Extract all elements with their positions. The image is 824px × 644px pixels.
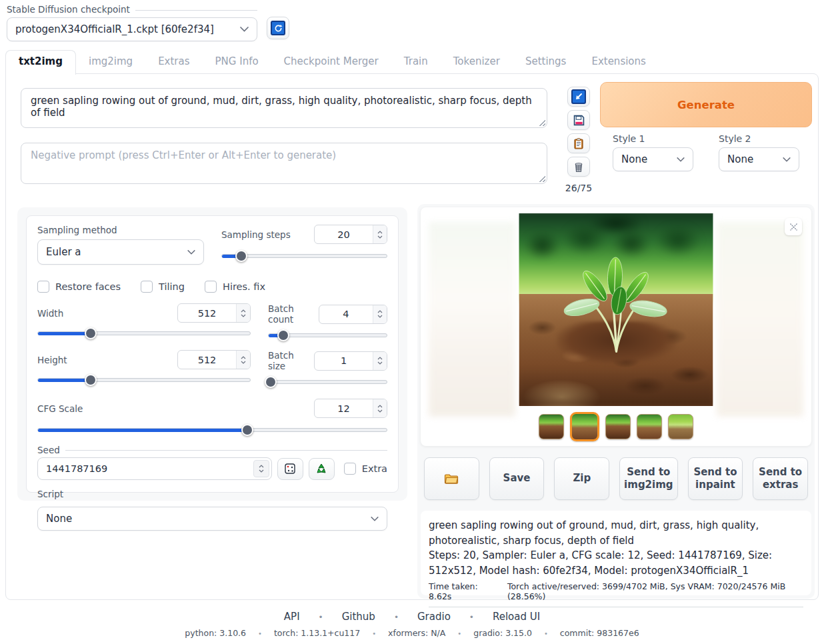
random-seed-button[interactable] xyxy=(277,458,303,480)
spinner-buttons[interactable] xyxy=(373,305,387,323)
slider-thumb[interactable] xyxy=(85,327,97,339)
tab-extensions[interactable]: Extensions xyxy=(579,51,658,73)
batch-size-input[interactable]: 1 xyxy=(314,351,387,371)
spinner-buttons[interactable] xyxy=(373,225,387,243)
script-value: None xyxy=(46,513,371,525)
slider-thumb[interactable] xyxy=(265,376,277,388)
batch-count-input[interactable]: 4 xyxy=(319,305,387,324)
chevron-down-icon xyxy=(783,157,791,162)
slider-thumb[interactable] xyxy=(235,250,247,262)
zip-button[interactable]: Zip xyxy=(554,457,609,500)
extra-seed-checkbox[interactable]: Extra xyxy=(344,463,387,475)
save-style-button[interactable] xyxy=(567,110,590,130)
cfg-scale-slider[interactable] xyxy=(37,424,387,436)
script-label: Script xyxy=(37,489,63,499)
style2-select[interactable]: None xyxy=(719,147,799,171)
tab-png-info[interactable]: PNG Info xyxy=(203,51,271,73)
close-gallery-button[interactable] xyxy=(785,218,802,235)
prompt-input[interactable]: green sapling rowing out of ground, mud,… xyxy=(21,88,547,128)
settings-panel: Sampling method Euler a Sampling steps 2… xyxy=(17,207,407,501)
height-input[interactable]: 512 xyxy=(177,350,251,369)
sapling-illustration xyxy=(557,254,675,355)
footer-link-reload-ui[interactable]: Reload UI xyxy=(460,611,549,623)
token-counter: 26/75 xyxy=(565,183,592,193)
tab-txt2img[interactable]: txt2img xyxy=(5,50,76,75)
checkbox-box[interactable] xyxy=(141,281,153,293)
batch-count-slider[interactable] xyxy=(268,329,387,341)
height-slider[interactable] xyxy=(37,374,251,386)
footer-link-api[interactable]: API xyxy=(275,611,309,623)
thumbnail-1[interactable] xyxy=(539,414,564,439)
send-to-inpaint-button[interactable]: Send to inpaint xyxy=(688,457,743,500)
tab-checkpoint-merger[interactable]: Checkpoint Merger xyxy=(271,51,391,73)
tab-settings[interactable]: Settings xyxy=(513,51,579,73)
seed-input[interactable]: 1441787169 xyxy=(37,457,272,480)
reuse-seed-button[interactable] xyxy=(309,458,335,480)
send-to-img2img-button[interactable]: Send to img2img xyxy=(619,457,677,500)
spinner-buttons[interactable] xyxy=(373,399,387,417)
style2-value: None xyxy=(727,153,783,165)
style2-label: Style 2 xyxy=(719,133,799,144)
slider-thumb[interactable] xyxy=(241,424,253,436)
sampling-steps-slider[interactable] xyxy=(221,250,387,262)
clear-prompt-button[interactable] xyxy=(567,157,590,177)
sampling-method-label: Sampling method xyxy=(37,225,204,235)
thumbnail-5[interactable] xyxy=(668,414,693,439)
open-folder-button[interactable] xyxy=(424,457,479,500)
cfg-scale-input[interactable]: 12 xyxy=(314,399,387,418)
spinner-buttons[interactable] xyxy=(236,304,250,322)
spinner-buttons[interactable] xyxy=(373,352,387,370)
checkbox-box[interactable] xyxy=(205,281,217,293)
slider-thumb[interactable] xyxy=(277,329,289,341)
tab-tokenizer[interactable]: Tokenizer xyxy=(441,51,513,73)
width-slider[interactable] xyxy=(37,327,251,339)
negative-prompt-wrap xyxy=(21,143,547,184)
checkpoint-label: Stable Diffusion checkpoint xyxy=(7,4,130,15)
thumbnail-2-selected[interactable] xyxy=(570,412,599,441)
footer-link-github[interactable]: Github xyxy=(309,611,385,623)
chevron-down-icon xyxy=(677,157,685,162)
height-label: Height xyxy=(37,355,67,365)
generation-info: green sapling rowing out of ground, mud,… xyxy=(421,511,811,595)
generate-button[interactable]: Generate xyxy=(600,82,812,127)
refresh-checkpoint-button[interactable] xyxy=(267,17,289,39)
checkbox-box[interactable] xyxy=(344,463,356,475)
slider-thumb[interactable] xyxy=(85,374,97,386)
sampling-method-select[interactable]: Euler a xyxy=(37,239,204,265)
width-input[interactable]: 512 xyxy=(177,303,251,323)
batch-size-slider[interactable] xyxy=(268,376,387,388)
batch-count-label: Batch count xyxy=(268,303,319,325)
thumbnail-3[interactable] xyxy=(605,414,631,439)
send-to-extras-button[interactable]: Send to extras xyxy=(753,457,808,500)
tab-train[interactable]: Train xyxy=(391,51,441,73)
spinner-buttons[interactable] xyxy=(236,351,250,369)
checkpoint-value: protogenX34OfficialR_1.ckpt [60fe2f34] xyxy=(15,23,240,35)
generated-image[interactable] xyxy=(519,213,713,406)
gallery-blur-right xyxy=(717,222,803,417)
sampling-steps-input[interactable]: 20 xyxy=(314,225,387,244)
tab-extras[interactable]: Extras xyxy=(145,51,202,73)
sampling-method-value: Euler a xyxy=(46,246,187,258)
script-select[interactable]: None xyxy=(37,507,387,531)
style1-select[interactable]: None xyxy=(613,147,693,171)
restore-faces-checkbox[interactable]: Restore faces xyxy=(37,281,121,293)
save-button[interactable]: Save xyxy=(489,457,545,500)
label-rule xyxy=(65,450,387,451)
version-gradio: gradio: 3.15.0 xyxy=(451,628,538,638)
spinner-buttons[interactable] xyxy=(253,460,269,477)
checkbox-box[interactable] xyxy=(37,281,49,293)
tab-img2img[interactable]: img2img xyxy=(76,51,145,73)
footer: API Github Gradio Reload UI python: 3.10… xyxy=(0,611,824,638)
version-python: python: 3.10.6 xyxy=(179,628,252,638)
image-gallery xyxy=(421,207,811,446)
negative-prompt-input[interactable] xyxy=(21,143,547,184)
checkpoint-select[interactable]: protogenX34OfficialR_1.ckpt [60fe2f34] xyxy=(7,17,257,41)
arrow-down-left-icon xyxy=(571,89,586,104)
txt2img-panel: green sapling rowing out of ground, mud,… xyxy=(5,73,819,600)
footer-link-gradio[interactable]: Gradio xyxy=(385,611,460,623)
hires-fix-checkbox[interactable]: Hires. fix xyxy=(205,281,265,293)
paste-params-button[interactable] xyxy=(567,87,590,107)
apply-style-button[interactable] xyxy=(567,133,590,153)
tiling-checkbox[interactable]: Tiling xyxy=(141,281,185,293)
thumbnail-4[interactable] xyxy=(637,414,662,439)
